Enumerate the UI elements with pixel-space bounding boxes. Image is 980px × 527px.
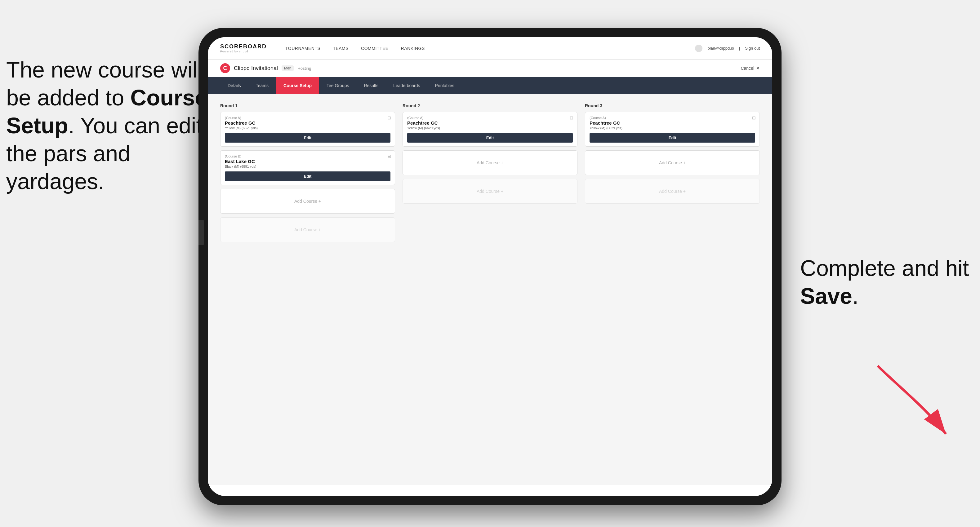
tab-leaderboards[interactable]: Leaderboards: [386, 77, 427, 94]
tab-teams[interactable]: Teams: [248, 77, 276, 94]
round-1-course-a-edit-button[interactable]: Edit: [225, 133, 390, 143]
hosting-status: Hosting: [298, 66, 311, 71]
round-2-course-a-delete-icon[interactable]: ⊟: [570, 115, 573, 120]
round-1-course-b-name: East Lake GC: [225, 159, 390, 164]
main-content: Round 1 ⊟ (Course A) Peachtree GC Yellow…: [208, 94, 772, 485]
round-1-course-b-delete-icon[interactable]: ⊟: [387, 154, 391, 159]
side-button: [199, 220, 204, 245]
round-1-course-b-card: ⊟ (Course B) East Lake GC Black (M) (689…: [220, 150, 395, 185]
nav-tournaments[interactable]: TOURNAMENTS: [279, 46, 326, 51]
round-2-header: Round 2: [402, 103, 578, 108]
cancel-button[interactable]: Cancel ✕: [741, 66, 760, 71]
round-1-course-b-edit-button[interactable]: Edit: [225, 171, 390, 181]
round-1-add-course-2: Add Course +: [220, 217, 395, 242]
tournament-name: Clippd Invitational: [234, 65, 278, 71]
tab-course-setup[interactable]: Course Setup: [276, 77, 319, 94]
round-1-add-course-1[interactable]: Add Course +: [220, 189, 395, 214]
round-3-add-course-2: Add Course +: [585, 179, 760, 204]
tab-details[interactable]: Details: [220, 77, 248, 94]
round-2-course-a-name: Peachtree GC: [407, 120, 573, 125]
round-1-course-b-info: Black (M) (6891 yds): [225, 165, 390, 168]
round-3-add-course-2-label: Add Course +: [659, 189, 686, 194]
annotation-left: The new course will be added to Course S…: [6, 56, 223, 195]
round-2-add-course-1[interactable]: Add Course +: [402, 150, 578, 175]
top-navigation: SCOREBOARD Powered by clippd TOURNAMENTS…: [208, 37, 772, 60]
tab-results[interactable]: Results: [356, 77, 386, 94]
logo-area: SCOREBOARD Powered by clippd: [220, 43, 267, 53]
round-2-column: Round 2 ⊟ (Course A) Peachtree GC Yellow…: [402, 103, 578, 246]
round-1-add-course-2-label: Add Course +: [294, 227, 321, 232]
round-1-course-a-label: (Course A): [225, 116, 390, 120]
user-email: blair@clippd.io: [707, 46, 734, 51]
cancel-x-icon: ✕: [756, 66, 760, 71]
round-1-column: Round 1 ⊟ (Course A) Peachtree GC Yellow…: [220, 103, 395, 246]
round-3-course-a-edit-button[interactable]: Edit: [590, 133, 755, 143]
tournament-bar: C Clippd Invitational Men Hosting Cancel…: [208, 60, 772, 77]
round-3-column: Round 3 ⊟ (Course A) Peachtree GC Yellow…: [585, 103, 760, 246]
round-3-course-a-label: (Course A): [590, 116, 755, 120]
user-avatar: [695, 44, 702, 52]
round-3-course-a-name: Peachtree GC: [590, 120, 755, 125]
round-3-course-a-info: Yellow (M) (6629 yds): [590, 126, 755, 130]
round-1-add-course-1-label: Add Course +: [294, 199, 321, 204]
tablet-device: SCOREBOARD Powered by clippd TOURNAMENTS…: [199, 28, 781, 505]
nav-links: TOURNAMENTS TEAMS COMMITTEE RANKINGS: [279, 46, 695, 51]
round-2-course-a-label: (Course A): [407, 116, 573, 120]
nav-rankings[interactable]: RANKINGS: [395, 46, 431, 51]
round-1-header: Round 1: [220, 103, 395, 108]
pipe-separator: |: [739, 46, 740, 51]
rounds-grid: Round 1 ⊟ (Course A) Peachtree GC Yellow…: [220, 103, 760, 246]
gender-badge: Men: [282, 65, 294, 71]
nav-right: blair@clippd.io | Sign out: [695, 44, 760, 52]
nav-teams[interactable]: TEAMS: [326, 46, 355, 51]
logo-sub: Powered by clippd: [220, 50, 267, 53]
tab-printables[interactable]: Printables: [428, 77, 462, 94]
sign-out-link[interactable]: Sign out: [745, 46, 760, 51]
tablet-screen: SCOREBOARD Powered by clippd TOURNAMENTS…: [208, 37, 772, 496]
sub-tabs-bar: Details Teams Course Setup Tee Groups Re…: [208, 77, 772, 94]
round-1-course-a-delete-icon[interactable]: ⊟: [387, 115, 391, 120]
logo-scoreboard: SCOREBOARD: [220, 43, 267, 50]
tab-tee-groups[interactable]: Tee Groups: [319, 77, 356, 94]
round-1-course-a-info: Yellow (M) (6629 yds): [225, 126, 390, 130]
round-3-course-a-card: ⊟ (Course A) Peachtree GC Yellow (M) (66…: [585, 112, 760, 147]
round-2-course-a-info: Yellow (M) (6629 yds): [407, 126, 573, 130]
round-2-add-course-2-label: Add Course +: [477, 189, 503, 194]
round-1-course-a-name: Peachtree GC: [225, 120, 390, 125]
tournament-title-area: C Clippd Invitational Men Hosting: [220, 63, 311, 73]
round-2-add-course-2: Add Course +: [402, 179, 578, 204]
round-2-course-a-edit-button[interactable]: Edit: [407, 133, 573, 143]
round-1-course-b-label: (Course B): [225, 154, 390, 158]
round-3-header: Round 3: [585, 103, 760, 108]
round-1-course-a-card: ⊟ (Course A) Peachtree GC Yellow (M) (66…: [220, 112, 395, 147]
round-3-add-course-1[interactable]: Add Course +: [585, 150, 760, 175]
round-3-add-course-1-label: Add Course +: [659, 160, 686, 165]
tournament-logo: C: [220, 63, 230, 73]
annotation-right: Complete and hit Save.: [800, 254, 974, 310]
round-2-add-course-1-label: Add Course +: [477, 160, 503, 165]
arrow-right-icon: [872, 360, 958, 446]
round-3-course-a-delete-icon[interactable]: ⊟: [752, 115, 756, 120]
nav-committee[interactable]: COMMITTEE: [355, 46, 395, 51]
round-2-course-a-card: ⊟ (Course A) Peachtree GC Yellow (M) (66…: [402, 112, 578, 147]
